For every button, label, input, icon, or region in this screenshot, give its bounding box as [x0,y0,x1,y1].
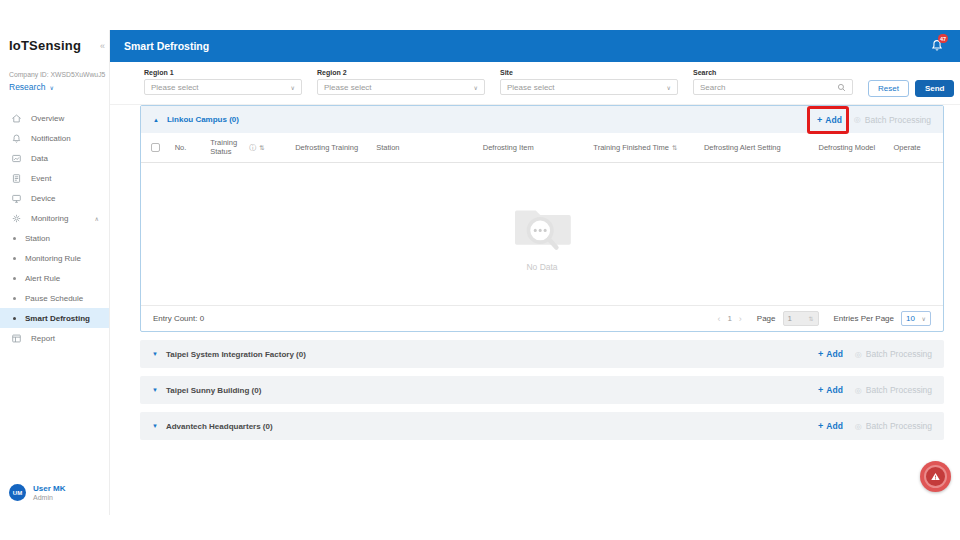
event-icon [10,172,22,184]
batch-processing-button[interactable]: ◎ Batch Processing [855,349,932,359]
chevron-up-icon: ∧ [95,215,99,222]
data-icon [10,152,22,164]
bell-icon [10,132,22,144]
search-box [693,79,853,95]
region1-select[interactable]: Please select ∨ [144,79,302,95]
search-icon [837,83,846,92]
bullet-icon [13,277,16,280]
app-root: IoTSensing « Company ID: XWSD5XuWwuJ5 Re… [0,0,960,540]
sidebar-item-data[interactable]: Data [0,148,109,168]
collapse-down-icon: ▼ [152,351,158,357]
col-operate: Operate [894,143,934,152]
radio-icon: ◎ [854,115,861,124]
sidebar-collapse-icon[interactable]: « [100,41,105,51]
chevron-down-icon: ∨ [49,84,53,91]
batch-processing-button[interactable]: ◎ Batch Processing [855,385,932,395]
alarm-warning-icon [924,465,947,488]
region2-label: Region 2 [317,69,485,76]
search-input[interactable] [700,83,837,92]
user-role: Admin [33,494,65,501]
region1-label: Region 1 [144,69,302,76]
radio-icon: ◎ [855,386,862,395]
sidebar-item-alert-rule[interactable]: Alert Rule [0,268,109,288]
panel-title: Linkou Campus (0) [167,115,239,124]
search-label: Search [693,69,853,76]
table-footer: Entry Count: 0 ‹ 1 › Page 1 ⇅ Entries Pe… [141,305,943,331]
col-defrosting-item: Defrosting Item [483,143,594,152]
select-all-checkbox[interactable] [151,143,160,152]
batch-processing-button[interactable]: ◎ Batch Processing [855,421,932,431]
report-icon [10,332,22,344]
sidebar-item-notification[interactable]: Notification [0,128,109,148]
app-logo: IoTSensing [9,38,81,53]
sidebar-item-overview[interactable]: Overview [0,108,109,128]
user-profile[interactable]: UM User MK Admin [0,484,65,501]
no-data-text: No Data [526,262,557,272]
radio-icon: ◎ [855,350,862,359]
col-defrosting-model: Defrosting Model [818,143,893,152]
spinner-icon: ⇅ [808,315,813,322]
plus-icon: + [817,115,822,125]
empty-state: No Data [141,163,943,305]
site-label: Site [500,69,678,76]
reset-button[interactable]: Reset [868,80,909,97]
panel-taipei-sunny-building[interactable]: ▼ Taipei Sunny Building (0) + Add ◎ Batc… [140,376,944,404]
company-id: Company ID: XWSD5XuWwuJ5 [0,53,109,78]
add-button[interactable]: + Add [818,385,843,395]
current-page[interactable]: 1 [727,314,731,323]
region2-select[interactable]: Please select ∨ [317,79,485,95]
bullet-icon [13,317,16,320]
panel-taipei-system-integration-factory[interactable]: ▼ Taipei System Integration Factory (0) … [140,340,944,368]
sidebar-item-station[interactable]: Station [0,228,109,248]
sidebar-item-smart-defrosting[interactable]: Smart Defrosting [0,308,109,328]
sidebar-item-event[interactable]: Event [0,168,109,188]
main-content: Region 1 Please select ∨ Region 2 Please… [110,62,960,515]
user-name: User MK [33,484,65,493]
info-icon[interactable]: ⓘ [249,143,256,153]
per-page-select[interactable]: 10 ∨ [901,311,931,326]
col-station: Station [376,143,483,152]
col-training-finished-time: Training Finished Time ⇅ [593,143,704,152]
site-select[interactable]: Please select ∨ [500,79,678,95]
send-button[interactable]: Send [915,80,955,97]
avatar: UM [9,484,26,501]
alarm-fab-button[interactable] [920,461,951,492]
filter-bar: Region 1 Please select ∨ Region 2 Please… [110,62,960,105]
chevron-down-icon: ∨ [667,84,671,91]
device-icon [10,192,22,204]
page-header: Smart Defrosting 47 [110,30,960,62]
sidebar-item-monitoring[interactable]: Monitoring ∧ [0,208,109,228]
notification-bell-button[interactable]: 47 [930,38,946,54]
collapse-down-icon: ▼ [152,387,158,393]
plus-icon: + [818,421,823,431]
plus-icon: + [818,385,823,395]
page-input[interactable]: 1 ⇅ [783,311,819,326]
panel-header-linkou[interactable]: ▲ Linkou Campus (0) + Add ◎ Batch Proces… [141,106,943,133]
add-button[interactable]: + Add [818,421,843,431]
org-switcher[interactable]: Research ∨ [0,78,109,92]
add-button[interactable]: + Add [817,115,842,125]
bullet-icon [13,257,16,260]
next-page-button[interactable]: › [739,314,742,324]
panel-advantech-headquarters[interactable]: ▼ Advantech Headquarters (0) + Add ◎ Bat… [140,412,944,440]
gear-icon [10,212,22,224]
page-title: Smart Defrosting [124,40,209,52]
chevron-down-icon: ∨ [291,84,295,91]
sort-icon[interactable]: ⇅ [259,144,264,152]
org-name: Research [9,82,45,92]
sidebar-item-device[interactable]: Device [0,188,109,208]
entry-count: Entry Count: 0 [153,314,204,323]
prev-page-button[interactable]: ‹ [717,314,720,324]
batch-processing-button[interactable]: ◎ Batch Processing [854,115,931,125]
collapse-down-icon: ▼ [152,423,158,429]
sort-icon[interactable]: ⇅ [672,144,677,152]
col-defrosting-training: Defrosting Training [295,143,376,152]
sidebar-item-report[interactable]: Report [0,328,109,348]
add-button[interactable]: + Add [818,349,843,359]
sidebar-item-monitoring-rule[interactable]: Monitoring Rule [0,248,109,268]
sidebar-item-pause-schedule[interactable]: Pause Schedule [0,288,109,308]
bullet-icon [13,297,16,300]
sidebar-nav: Overview Notification Data Event [0,108,109,348]
no-data-illustration-icon [506,196,578,254]
page-label: Page [757,314,776,323]
